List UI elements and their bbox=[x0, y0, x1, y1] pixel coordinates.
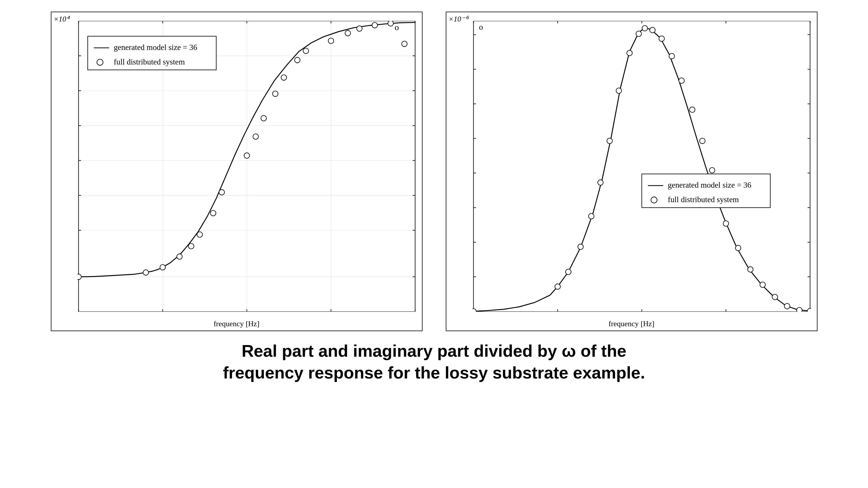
figure-title: Real part and imaginary part divided by … bbox=[223, 340, 645, 384]
svg-point-66 bbox=[272, 91, 278, 96]
svg-point-68 bbox=[294, 57, 300, 63]
svg-text:generated model size = 36: generated model size = 36 bbox=[668, 181, 751, 189]
svg-point-135 bbox=[588, 214, 594, 219]
svg-text:full distributed system: full distributed system bbox=[114, 58, 185, 66]
svg-point-146 bbox=[689, 107, 695, 113]
svg-point-149 bbox=[723, 221, 728, 226]
svg-point-61 bbox=[210, 210, 216, 216]
svg-point-153 bbox=[772, 294, 777, 300]
svg-point-132 bbox=[555, 284, 560, 289]
svg-point-141 bbox=[642, 26, 648, 31]
left-scale-label: ×10⁴ bbox=[54, 14, 69, 24]
left-chart: ×10⁴ R=Re(Z) Resistance [Ohms] frequency… bbox=[51, 11, 423, 331]
svg-point-55 bbox=[78, 274, 81, 279]
svg-point-134 bbox=[578, 244, 583, 249]
svg-point-58 bbox=[177, 254, 182, 260]
svg-point-139 bbox=[627, 50, 632, 56]
svg-point-133 bbox=[565, 269, 571, 275]
svg-point-144 bbox=[669, 54, 674, 59]
svg-point-62 bbox=[219, 190, 224, 195]
svg-text:generated model size = 36: generated model size = 36 bbox=[114, 43, 197, 52]
svg-point-160 bbox=[651, 197, 657, 203]
svg-text:full distributed system: full distributed system bbox=[668, 195, 739, 204]
svg-point-147 bbox=[700, 138, 705, 144]
svg-point-150 bbox=[735, 245, 741, 251]
svg-point-151 bbox=[747, 267, 753, 272]
svg-point-154 bbox=[784, 304, 790, 309]
svg-point-65 bbox=[261, 116, 266, 121]
svg-point-142 bbox=[650, 27, 655, 33]
svg-text:o: o bbox=[479, 23, 483, 31]
svg-point-148 bbox=[709, 167, 715, 173]
charts-row: ×10⁴ R=Re(Z) Resistance [Ohms] frequency… bbox=[18, 11, 850, 331]
svg-point-74 bbox=[388, 21, 393, 26]
right-x-label: frequency [Hz] bbox=[609, 319, 654, 328]
svg-point-72 bbox=[356, 26, 362, 31]
svg-point-80 bbox=[97, 59, 103, 65]
svg-point-56 bbox=[143, 270, 148, 275]
svg-point-136 bbox=[598, 180, 603, 185]
svg-point-71 bbox=[345, 30, 350, 36]
svg-point-64 bbox=[253, 134, 258, 140]
svg-point-59 bbox=[188, 243, 194, 249]
svg-point-76 bbox=[402, 41, 407, 47]
svg-rect-82 bbox=[473, 21, 810, 312]
svg-point-63 bbox=[244, 153, 249, 158]
right-chart: ×10⁻⁶ L=Im(Z)/ω Inductance [H] frequency… bbox=[446, 11, 817, 331]
svg-point-152 bbox=[760, 282, 765, 287]
svg-point-57 bbox=[160, 265, 165, 270]
left-chart-svg: 5 4.5 4 3.5 3 2.5 2 1.5 bbox=[78, 21, 416, 312]
title-line2: frequency response for the lossy substra… bbox=[223, 362, 645, 384]
svg-point-60 bbox=[197, 232, 203, 237]
svg-point-69 bbox=[303, 48, 308, 54]
svg-point-67 bbox=[281, 75, 287, 80]
svg-point-138 bbox=[616, 88, 621, 94]
svg-point-143 bbox=[659, 36, 664, 41]
right-chart-svg: 5.5 5 4.5 4 3.5 3 2.5 2 1.5 bbox=[472, 21, 811, 312]
svg-point-73 bbox=[372, 22, 377, 28]
svg-point-137 bbox=[607, 138, 612, 144]
left-x-label: frequency [Hz] bbox=[213, 319, 259, 328]
svg-text:o: o bbox=[394, 23, 399, 32]
right-scale-label: ×10⁻⁶ bbox=[449, 14, 468, 24]
svg-point-145 bbox=[679, 78, 684, 83]
title-line1: Real part and imaginary part divided by … bbox=[223, 340, 645, 362]
svg-point-70 bbox=[328, 38, 334, 43]
svg-point-140 bbox=[636, 31, 641, 37]
svg-point-155 bbox=[797, 307, 802, 312]
